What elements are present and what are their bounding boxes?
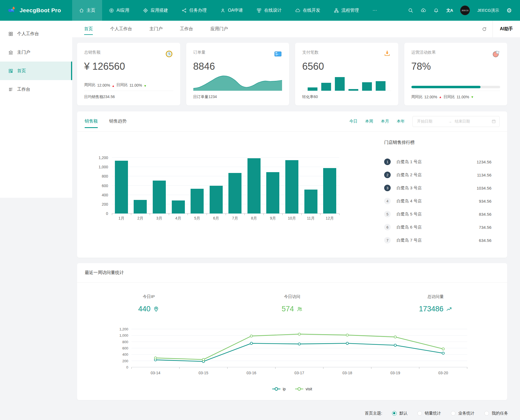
brand-title: JeecgBoot Pro (20, 7, 61, 14)
calendar-icon (491, 119, 496, 124)
rank-badge: 3 (384, 185, 391, 191)
store-value: 1134.56 (477, 173, 491, 177)
y-axis-label: 1,000 (99, 165, 108, 169)
radio-icon[interactable] (484, 411, 489, 416)
theme-option-3[interactable]: 业务统计 (451, 411, 475, 416)
visit-stat-label: 今日IP (77, 294, 221, 299)
theme-label: 首页主题: (365, 411, 382, 416)
x-axis-label: 4月 (169, 216, 188, 221)
visit-stat-value: 173486 (419, 305, 452, 313)
legend-label: ip (283, 387, 286, 391)
translate-icon[interactable]: 文A (446, 8, 453, 13)
gear-icon[interactable]: ⚙ (506, 7, 512, 14)
flow-icon (334, 8, 339, 13)
sales-tab-1[interactable]: 销售额 (85, 111, 98, 131)
tab-3[interactable]: 主门户 (149, 21, 163, 37)
y-axis-label: 1,200 (119, 327, 128, 331)
sales-tab-2[interactable]: 销售趋势 (109, 111, 127, 131)
nav-item-8[interactable]: 流程管理 (327, 0, 366, 21)
quick-link-3[interactable]: 本月 (381, 119, 389, 124)
nav-item-5[interactable]: OA申请 (213, 0, 250, 21)
nav-item-1[interactable]: 主页 (72, 0, 102, 21)
nav-item-7[interactable]: 在线开发 (288, 0, 327, 21)
radio-icon[interactable] (451, 411, 455, 416)
x-axis-label: 03-14 (151, 371, 160, 375)
nav-item-label: 在线设计 (264, 8, 282, 13)
legend-item-ip[interactable]: ip (272, 387, 286, 391)
quick-link-4[interactable]: 本年 (397, 119, 405, 124)
sales-bar (228, 173, 241, 214)
card-orders: 订单量 8846 日订单量1234 (186, 43, 289, 105)
date-start-input[interactable]: 开始日期 (417, 119, 445, 124)
sales-bar (134, 200, 147, 214)
home-icon (79, 8, 84, 13)
tab-5[interactable]: 应用门户 (210, 21, 228, 37)
x-axis-label: 12月 (320, 216, 339, 221)
sidebar-item-4[interactable]: 工作台 (0, 80, 72, 99)
sales-bar (153, 181, 166, 214)
theme-option-1[interactable]: 默认 (392, 411, 408, 416)
y-axis-label: 600 (122, 346, 128, 350)
data-point-visit (202, 358, 204, 361)
stat-cards-row: 总销售额 ¥ 126560 周同比 12.00% ▲ 日同比 11.00% ▼ … (77, 43, 507, 105)
tab-1[interactable]: 首页 (84, 21, 93, 37)
visit-stat-label: 今日访问 (221, 294, 364, 299)
ai-assistant-button[interactable]: AI助手 (493, 21, 520, 37)
data-point-ip (442, 352, 444, 354)
legend-marker-icon (272, 387, 281, 391)
avatar[interactable]: JEECG (460, 5, 470, 15)
brand[interactable]: JeecgBoot Pro (0, 0, 72, 21)
y-axis-label: 0 (106, 211, 108, 216)
refresh-button[interactable] (476, 21, 493, 37)
theme-option-label: 销量统计 (425, 411, 441, 416)
user-name[interactable]: JEECG演示 (477, 8, 499, 13)
radio-icon[interactable] (417, 411, 422, 416)
card-value: 8846 (193, 60, 282, 73)
sidebar-item-3[interactable]: 首页 (0, 62, 72, 80)
quick-link-2[interactable]: 本周 (365, 119, 373, 124)
card-footer: 转化率60 (302, 91, 391, 99)
data-point-visit (346, 334, 348, 336)
nav-item-3[interactable]: 应用搭建 (136, 0, 175, 21)
swap-right-icon: → (448, 119, 452, 124)
orders-mini-area-chart (193, 74, 282, 91)
x-axis-label: 03-16 (246, 371, 256, 375)
date-range-picker[interactable]: 开始日期 → 结束日期 (412, 116, 500, 127)
x-axis-label: 7月 (225, 216, 244, 221)
day-trend-value: 11.00% (457, 95, 469, 99)
sidebar-item-1[interactable]: 个人工作台 (0, 25, 72, 43)
store-name: 白鹭岛 5 号店 (397, 212, 479, 217)
tab-2[interactable]: 个人工作台 (110, 21, 132, 37)
data-point-ip (394, 344, 396, 346)
sales-filters: 今日本周本月本年 开始日期 → 结束日期 (349, 116, 500, 127)
search-icon[interactable] (408, 8, 413, 13)
appstore-icon (8, 31, 13, 36)
tab-4[interactable]: 工作台 (180, 21, 193, 37)
nav-item-4[interactable]: 任务办理 (175, 0, 213, 21)
main-menu: 主页AI应用应用搭建任务办理OA申请在线设计在线开发流程管理··· (72, 0, 384, 21)
legend-item-visit[interactable]: visit (295, 387, 312, 391)
theme-option-4[interactable]: 我的任务 (484, 411, 508, 416)
quick-date-links: 今日本周本月本年 (349, 119, 405, 124)
sales-bar (115, 161, 128, 214)
theme-option-2[interactable]: 销量统计 (417, 411, 441, 416)
card-title: 订单量 (193, 50, 206, 55)
y-axis-label: 800 (122, 340, 128, 344)
data-point-visit (298, 333, 300, 335)
radio-icon[interactable] (392, 411, 397, 416)
y-axis-label: 800 (102, 174, 108, 178)
person-icon (296, 306, 303, 312)
date-end-input[interactable]: 结束日期 (455, 119, 489, 124)
store-value: 1034.56 (477, 186, 491, 190)
cloud-sync-icon[interactable] (421, 8, 426, 13)
chart-legend: ipvisit (77, 387, 507, 391)
tabbar-right: AI助手 (476, 21, 520, 37)
bell-icon[interactable] (433, 8, 439, 13)
nav-item-6[interactable]: 在线设计 (250, 0, 288, 21)
quick-link-1[interactable]: 今日 (349, 119, 357, 124)
nav-item-9[interactable]: ··· (366, 0, 384, 21)
nav-item-label: 流程管理 (341, 8, 359, 13)
nav-item-2[interactable]: AI应用 (102, 0, 136, 21)
store-name: 白鹭岛 7 号店 (397, 238, 479, 243)
sidebar-item-2[interactable]: 主门户 (0, 43, 72, 62)
